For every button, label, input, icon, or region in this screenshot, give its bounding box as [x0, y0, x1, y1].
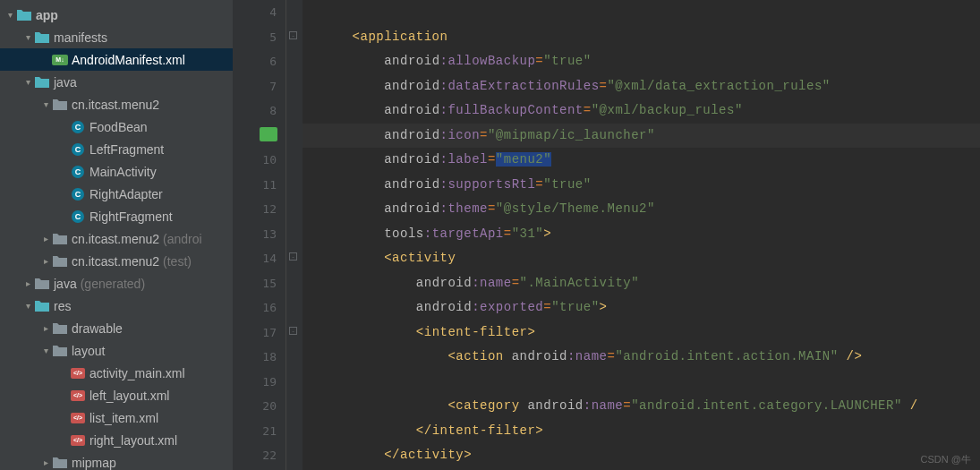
tree-class-mainactivity[interactable]: CMainActivity	[0, 160, 233, 183]
tree-manifests[interactable]: ▾manifests	[0, 26, 233, 48]
tree-res[interactable]: ▾res	[0, 295, 233, 317]
line-number: 8	[233, 98, 285, 124]
folder-icon	[52, 344, 68, 358]
folder-icon	[34, 75, 50, 90]
tree-label: left_layout.xml	[89, 389, 169, 403]
line-number: 20	[233, 394, 285, 419]
line-number: 18	[233, 345, 285, 370]
code-line: <application	[303, 25, 980, 50]
tree-label: manifests	[54, 30, 107, 45]
tree-android-manifest[interactable]: M↓AndroidManifest.xml	[0, 48, 233, 71]
code-line	[303, 370, 980, 395]
package-icon	[52, 254, 68, 269]
code-line: <category android:name="android.intent.c…	[303, 394, 980, 419]
project-tree[interactable]: ▾app ▾manifests M↓AndroidManifest.xml ▾j…	[0, 0, 233, 470]
code-line: </activity>	[303, 443, 980, 468]
tree-class-rightadapter[interactable]: CRightAdapter	[0, 183, 233, 205]
class-icon: C	[70, 165, 86, 179]
tree-drawable[interactable]: ▸drawable	[0, 317, 233, 339]
line-number: 14	[233, 246, 285, 271]
chevron-right-icon: ▸	[21, 278, 34, 290]
line-number: 16	[233, 295, 285, 320]
chevron-down-icon: ▾	[21, 31, 34, 44]
tree-label: MainActivity	[89, 165, 157, 179]
line-number: 6	[233, 49, 285, 74]
android-icon[interactable]	[260, 127, 277, 141]
tree-label: java	[54, 75, 77, 90]
line-number: 10	[233, 148, 285, 173]
code-line: <intent-filter>	[303, 320, 980, 346]
chevron-right-icon: ▸	[39, 255, 52, 268]
code-line: android:allowBackup="true"	[303, 49, 980, 74]
line-number: 17	[233, 320, 285, 346]
tree-xml-activity-main[interactable]: </>activity_main.xml	[0, 362, 233, 384]
xml-icon: </>	[70, 366, 86, 380]
tree-xml-right-layout[interactable]: </>right_layout.xml	[0, 429, 233, 451]
class-icon: C	[70, 187, 86, 201]
line-number: 21	[233, 419, 285, 444]
tree-label: LeftFragment	[89, 142, 164, 157]
line-number: 11	[233, 173, 285, 198]
code-line: </intent-filter>	[303, 419, 980, 444]
folder-icon	[34, 299, 50, 313]
chevron-down-icon: ▾	[39, 345, 52, 357]
package-icon	[52, 232, 68, 246]
xml-icon: </>	[70, 411, 86, 425]
class-icon: C	[70, 142, 86, 157]
tree-java[interactable]: ▾java	[0, 71, 233, 93]
chevron-right-icon: ▸	[39, 457, 52, 469]
fold-toggle-icon[interactable]: -	[289, 31, 297, 39]
folder-icon	[34, 277, 50, 291]
folder-icon	[52, 456, 68, 470]
code-line: android:dataExtractionRules="@xml/data_e…	[303, 74, 980, 99]
xml-icon: </>	[70, 389, 86, 403]
tree-package-androidtest[interactable]: ▸cn.itcast.menu2(androi	[0, 227, 233, 250]
code-line: android:name=".MainActivity"	[303, 271, 980, 296]
fold-toggle-icon[interactable]: -	[289, 327, 297, 335]
watermark: CSDN @牛	[921, 453, 971, 466]
line-number: 19	[233, 370, 285, 395]
tree-package-test[interactable]: ▸cn.itcast.menu2(test)	[0, 250, 233, 272]
folder-icon	[16, 8, 32, 22]
tree-label: RightFragment	[89, 209, 173, 224]
tree-label: cn.itcast.menu2	[72, 254, 159, 269]
tree-class-foodbean[interactable]: CFoodBean	[0, 115, 233, 138]
line-number: 12	[233, 197, 285, 222]
package-icon	[52, 98, 68, 112]
code-editor[interactable]: <application android:allowBackup="true" …	[303, 0, 980, 470]
tree-app[interactable]: ▾app	[0, 4, 233, 26]
chevron-right-icon: ▸	[39, 322, 52, 335]
tree-class-rightfragment[interactable]: CRightFragment	[0, 205, 233, 227]
tree-label-suffix: (androi	[163, 232, 202, 246]
code-line: android:theme="@style/Theme.Menu2"	[303, 197, 980, 222]
tree-label: activity_main.xml	[89, 366, 185, 380]
tree-xml-list-item[interactable]: </>list_item.xml	[0, 406, 233, 429]
code-line: android:fullBackupContent="@xml/backup_r…	[303, 98, 980, 124]
line-number: 7	[233, 74, 285, 99]
tree-label: app	[36, 8, 58, 22]
tree-xml-left-layout[interactable]: </>left_layout.xml	[0, 384, 233, 406]
tree-label: mipmap	[72, 456, 116, 470]
code-line: <action android:name="android.intent.act…	[303, 345, 980, 370]
tree-mipmap[interactable]: ▸mipmap	[0, 451, 233, 470]
tree-class-leftfragment[interactable]: CLeftFragment	[0, 138, 233, 160]
line-number: 4	[233, 0, 285, 25]
tree-label: drawable	[72, 321, 123, 336]
tree-label: RightAdapter	[89, 187, 163, 201]
code-line: android:icon="@mipmap/ic_launcher"	[303, 124, 980, 149]
chevron-right-icon: ▸	[39, 233, 52, 245]
tree-label: cn.itcast.menu2	[72, 232, 159, 246]
line-number: 5	[233, 25, 285, 50]
tree-layout[interactable]: ▾layout	[0, 339, 233, 362]
fold-toggle-icon[interactable]: -	[289, 252, 297, 261]
code-line: android:label="menu2"	[303, 148, 980, 173]
tree-package[interactable]: ▾cn.itcast.menu2	[0, 93, 233, 115]
code-line: <activity	[303, 246, 980, 271]
tree-label: list_item.xml	[89, 411, 158, 425]
tree-label-suffix: (test)	[163, 254, 192, 269]
tree-label: AndroidManifest.xml	[72, 53, 185, 67]
tree-java-generated[interactable]: ▸java(generated)	[0, 272, 233, 295]
line-number: 13	[233, 222, 285, 247]
tree-label: java	[54, 277, 77, 291]
tree-label: FoodBean	[89, 120, 148, 134]
